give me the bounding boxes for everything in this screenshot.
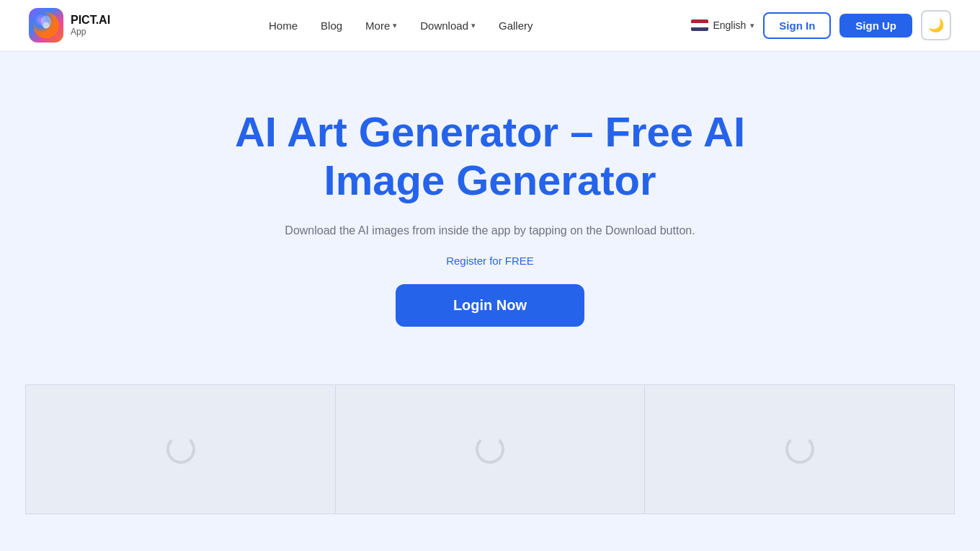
language-label: English xyxy=(713,19,746,31)
loading-spinner-1 xyxy=(166,435,195,464)
loading-spinner-2 xyxy=(476,435,504,464)
download-chevron-icon: ▾ xyxy=(471,21,476,30)
language-chevron-icon: ▾ xyxy=(750,21,754,30)
flag-icon xyxy=(691,19,708,31)
logo-title: PICT.AI xyxy=(71,14,110,27)
nav-home[interactable]: Home xyxy=(269,19,298,32)
nav-more[interactable]: More ▾ xyxy=(365,19,397,32)
hero-subtitle: Download the AI images from inside the a… xyxy=(285,221,695,240)
dark-mode-icon: 🌙 xyxy=(928,17,944,33)
svg-point-2 xyxy=(43,22,50,29)
navbar-actions: English ▾ Sign In Sign Up 🌙 xyxy=(691,10,951,40)
gallery-col-2 xyxy=(335,384,645,514)
gallery-col-1 xyxy=(25,384,335,514)
sign-in-button[interactable]: Sign In xyxy=(763,12,831,39)
sign-up-button[interactable]: Sign Up xyxy=(839,14,912,38)
loading-spinner-3 xyxy=(785,435,814,464)
nav-download[interactable]: Download ▾ xyxy=(420,19,476,32)
navbar: PICT.AI App Home Blog More ▾ Download ▾ … xyxy=(0,0,980,50)
gallery-col-3 xyxy=(645,384,955,514)
more-chevron-icon: ▾ xyxy=(393,21,397,30)
dark-mode-button[interactable]: 🌙 xyxy=(921,10,951,40)
language-selector[interactable]: English ▾ xyxy=(691,19,754,31)
nav-links: Home Blog More ▾ Download ▾ Gallery xyxy=(269,19,533,32)
nav-gallery[interactable]: Gallery xyxy=(499,19,533,32)
login-now-button[interactable]: Login Now xyxy=(396,284,584,327)
logo-text: PICT.AI App xyxy=(71,14,110,37)
logo-subtitle: App xyxy=(71,27,110,37)
logo-area: PICT.AI App xyxy=(29,8,110,43)
gallery-section xyxy=(0,384,980,514)
nav-blog[interactable]: Blog xyxy=(321,19,342,32)
register-link[interactable]: Register for FREE xyxy=(446,255,534,267)
hero-section: AI Art Generator – Free AI Image Generat… xyxy=(0,50,980,370)
hero-title: AI Art Generator – Free AI Image Generat… xyxy=(235,108,745,204)
logo-icon xyxy=(29,8,63,43)
